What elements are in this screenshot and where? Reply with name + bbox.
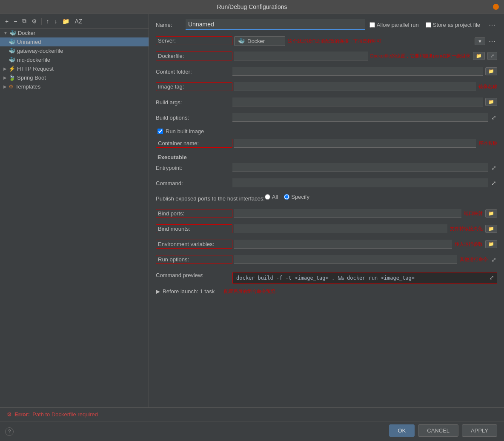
sidebar-item-gateway[interactable]: 🐳 gateway-dockerfile [0,46,149,55]
dockerfile-value: Dockerfile的位置，它要和服务pom在同一级目录 📁 ⤢ [234,52,497,60]
apply-button[interactable]: APPLY [462,424,497,437]
context-folder-label: Context folder: [156,67,232,75]
error-bar: ⚙ Error: Path to Dockerfile required [0,407,504,421]
entrypoint-value: ⤢ [232,163,497,172]
allow-parallel-checkbox-label[interactable]: Allow parallel run [369,22,419,28]
run-built-image-label[interactable]: Run built image [166,128,204,135]
before-launch-row[interactable]: ▶ Before launch: 1 task 配置完后的组合命令预览 [156,288,497,295]
copy-config-button[interactable]: ⧉ [20,17,28,26]
publish-ports-value: All Specify [265,194,497,200]
expand-templates-icon: ▶ [3,84,7,89]
container-name-input[interactable] [234,139,476,148]
bind-mounts-hint: 文件持续接久化 [450,226,483,232]
context-folder-value: 📁 [232,67,497,76]
radio-all-text: All [272,194,278,200]
bind-ports-browse-button[interactable]: 📁 [485,209,497,218]
context-folder-browse-button[interactable]: 📁 [485,67,497,75]
folder-button[interactable]: 📁 [60,17,71,26]
sidebar-item-springboot[interactable]: ▶ 🍃 Spring Boot [0,73,149,82]
env-vars-browse-button[interactable]: 📁 [485,240,497,248]
server-more-button[interactable]: ⋯ [487,37,497,45]
sidebar-item-mq-label: mq-dockerfile [17,57,50,63]
build-args-browse-button[interactable]: 📁 [485,98,497,106]
env-vars-value: 传入运行参数 📁 [234,240,497,249]
server-dropdown-arrow[interactable]: ▼ [475,37,485,45]
allow-parallel-checkbox[interactable] [369,22,375,28]
sidebar-item-springboot-label: Spring Boot [17,74,46,81]
build-options-row: Build options: ⤢ [156,113,497,124]
dockerfile-hint: Dockerfile的位置，它要和服务pom在同一级目录 [370,53,470,59]
publish-ports-label: Publish exposed ports to the host interf… [156,194,265,202]
cancel-button[interactable]: CANCEL [418,424,458,437]
command-preview-expand-button[interactable]: ⤢ [488,274,495,281]
help-button[interactable]: ? [5,427,14,436]
command-preview-row: Command preview: docker build -f -t <ima… [156,270,497,284]
command-preview-text: docker build -f -t <image_tag> . && dock… [236,275,415,281]
store-as-project-checkbox-label[interactable]: Store as project file [426,22,480,28]
run-options-value: 其他运行命令 ⤢ [234,255,497,264]
dockerfile-expand-button[interactable]: ⤢ [487,52,497,60]
radio-specify-label[interactable]: Specify [284,194,309,200]
sidebar-item-http[interactable]: ▶ ⚡ HTTP Request [0,64,149,73]
sidebar: + − ⧉ ⚙ ↑ ↓ 📁 AZ ▼ 🐳 Docker 🐳 [0,14,149,407]
move-up-button[interactable]: ↑ [44,17,51,26]
command-input[interactable] [232,178,488,187]
publish-ports-radio-group: All Specify [265,194,309,200]
image-tag-hint: 镜像名称 [478,83,497,90]
run-options-row: Run options: 其他运行命令 ⤢ [156,255,497,266]
sidebar-item-docker[interactable]: ▼ 🐳 Docker [0,29,149,37]
run-options-input[interactable] [234,255,457,264]
ok-button[interactable]: OK [389,424,415,437]
sidebar-item-gateway-label: gateway-dockerfile [17,48,63,54]
radio-all[interactable] [265,194,270,200]
sidebar-item-unnamed[interactable]: 🐳 Unnamed [0,37,149,46]
command-row: Command: ⤢ [156,178,497,189]
window-close-button[interactable] [493,4,499,10]
build-args-label: Build args: [156,97,232,106]
command-preview-box: docker build -f -t <image_tag> . && dock… [232,272,497,284]
entrypoint-input[interactable] [232,163,488,172]
name-input[interactable] [186,19,365,30]
build-args-input[interactable] [232,97,483,106]
settings-button[interactable]: ⚙ [30,17,39,26]
add-config-button[interactable]: + [3,17,10,26]
container-name-hint: 容器名称 [478,140,497,146]
dockerfile-browse-button[interactable]: 📁 [473,52,485,60]
bind-mounts-input[interactable] [234,224,447,233]
build-options-input[interactable] [232,113,488,122]
env-vars-input[interactable] [234,240,452,249]
store-as-project-checkbox[interactable] [426,22,431,28]
server-dropdown[interactable]: 🐳 Docker [234,36,285,46]
sort-button[interactable]: AZ [73,17,84,26]
run-built-image-checkbox[interactable] [158,129,163,134]
bind-ports-label: Bind ports: [156,209,232,218]
entrypoint-expand-button[interactable]: ⤢ [490,164,497,171]
image-tag-row: Image tag: 镜像名称 [156,82,497,93]
run-options-expand-button[interactable]: ⤢ [490,256,497,263]
container-name-row: Container name: 容器名称 [156,139,497,150]
command-expand-button[interactable]: ⤢ [490,180,497,186]
context-folder-input[interactable] [232,67,483,76]
image-tag-input[interactable] [234,82,476,91]
server-docker-icon: 🐳 [238,38,245,44]
error-label: Error: [14,411,30,418]
expand-docker-icon: ▼ [3,31,8,35]
build-options-label: Build options: [156,113,232,121]
remove-config-button[interactable]: − [12,17,19,26]
allow-parallel-label: Allow parallel run [377,22,419,28]
bottom-bar: OK CANCEL APPLY [0,421,504,440]
entrypoint-row: Entrypoint: ⤢ [156,163,497,174]
build-options-expand-button[interactable]: ⤢ [490,114,497,121]
executable-section-header: Executable [156,154,497,160]
move-down-button[interactable]: ↓ [52,17,59,26]
bind-ports-input[interactable] [234,209,461,218]
right-panel: Name: Allow parallel run Store as projec… [149,14,504,407]
radio-specify[interactable] [284,194,289,200]
more-options-button[interactable]: ⋯ [487,21,497,29]
sidebar-item-mq[interactable]: 🐳 mq-dockerfile [0,55,149,64]
sidebar-item-templates[interactable]: ▶ ⚙ Templates [0,82,149,91]
bind-mounts-browse-button[interactable]: 📁 [485,225,497,233]
radio-specify-text: Specify [291,194,309,200]
radio-all-label[interactable]: All [265,194,278,200]
dockerfile-input[interactable] [234,52,368,60]
